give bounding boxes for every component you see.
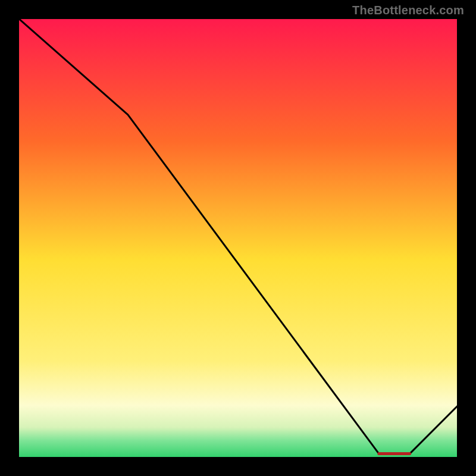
watermark-text: TheBottleneck.com [352,4,464,17]
gradient-background [18,18,458,458]
chart-container: { "watermark": "TheBottleneck.com", "ann… [0,0,476,476]
chart-svg [18,18,458,458]
